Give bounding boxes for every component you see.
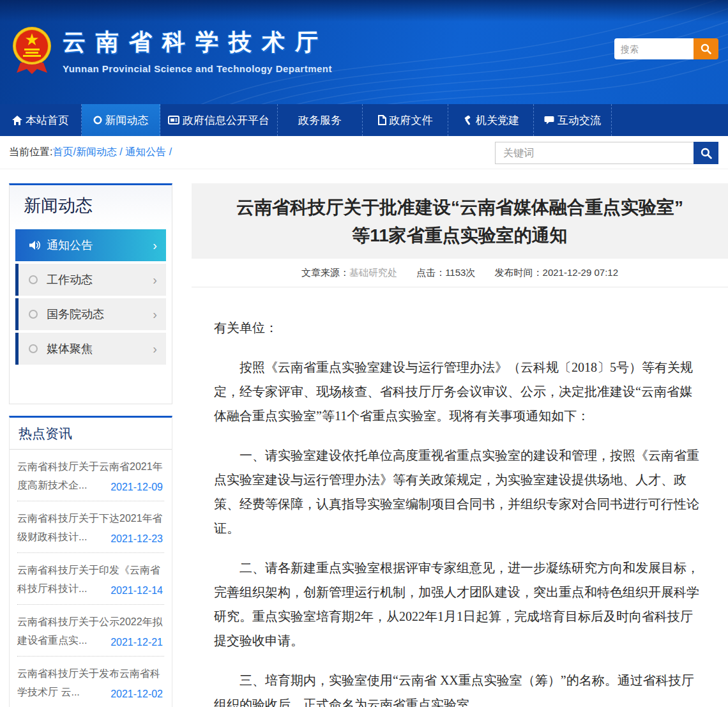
header-search [614, 38, 718, 59]
source-value: 基础研究处 [349, 267, 397, 278]
national-emblem-logo [11, 24, 52, 77]
nav-item-label: 政府信息公开平台 [183, 113, 269, 128]
nav-item-party-building[interactable]: 机关党建 [448, 104, 534, 136]
circle-icon [29, 310, 43, 319]
gavel-icon [462, 116, 473, 125]
breadcrumb-link-home[interactable]: 首页 [52, 146, 73, 157]
sidebar-item-media-focus[interactable]: 媒体聚焦 › [15, 333, 166, 365]
home-icon [12, 116, 22, 125]
breadcrumb-link-notices[interactable]: 通知公告 [125, 146, 166, 157]
news-menu-box: 新闻动态 通知公告 › 工作动态 › 国务院动态 › [9, 183, 172, 404]
hot-news-item[interactable]: 云南省科技厅关于印发《云南省科技厅科技计... 2021-12-14 [17, 553, 164, 605]
speaker-icon [29, 240, 43, 250]
chevron-right-icon: › [153, 342, 157, 355]
hot-news-item[interactable]: 云南省科技厅关于发布云南省科学技术厅 云... 2021-12-02 [17, 657, 164, 707]
header-search-button[interactable] [694, 38, 718, 59]
nav-item-news[interactable]: 新闻动态 [82, 104, 160, 136]
breadcrumb-label: 当前位置: [9, 146, 52, 157]
nav-item-label: 新闻动态 [105, 113, 149, 128]
article-paragraph: 按照《云南省重点实验室建设与运行管理办法》（云科规〔2018〕5号）等有关规定，… [214, 355, 699, 428]
sidebar-item-label: 工作动态 [47, 272, 93, 287]
site-header: 云南省科学技术厅 Yunnan Provincial Science and T… [0, 0, 728, 104]
chevron-right-icon: › [153, 239, 157, 252]
breadcrumb-row: 当前位置:首页/新闻动态 / 通知公告 / [0, 136, 728, 169]
news-menu-title: 新闻动态 [10, 185, 172, 226]
nav-item-gov-services[interactable]: 政务服务 [278, 104, 363, 136]
hot-news-title: 热点资讯 [10, 418, 172, 450]
chevron-right-icon: › [153, 308, 157, 321]
chat-icon [544, 116, 554, 125]
hot-news-item-date: 2021-12-14 [107, 585, 163, 597]
source-label: 文章来源： [301, 267, 349, 278]
hits-value: 1153次 [445, 267, 475, 278]
sidebar: 新闻动态 通知公告 › 工作动态 › 国务院动态 › [9, 169, 172, 707]
nav-item-label: 政务服务 [298, 113, 342, 128]
document-icon [378, 115, 386, 125]
nav-item-home[interactable]: 本站首页 [0, 104, 82, 136]
article-title-line2: 等11家省重点实验室的通知 [209, 222, 710, 250]
article-paragraph: 三、培育期内，实验室使用“云南省 XX重点实验室（筹）”的名称。通过省科技厅组织… [214, 668, 699, 707]
keyword-search [495, 142, 718, 164]
hot-news-item-date: 2021-12-23 [107, 533, 163, 545]
article-paragraph: 二、请各新建重点实验室根据评审专家组意见，进一步凝练研究方向和发展目标，完善组织… [214, 556, 699, 653]
article-body: 有关单位： 按照《云南省重点实验室建设与运行管理办法》（云科规〔2018〕5号）… [192, 287, 728, 707]
breadcrumb: 当前位置:首页/新闻动态 / 通知公告 / [9, 146, 172, 159]
content-area: 新闻动态 通知公告 › 工作动态 › 国务院动态 › [0, 169, 728, 707]
sidebar-item-state-council[interactable]: 国务院动态 › [15, 298, 166, 330]
article-paragraph: 有关单位： [214, 315, 699, 340]
circle-icon [93, 116, 102, 125]
site-title: 云南省科学技术厅 [63, 27, 332, 58]
main-nav: 本站首页 新闻动态 政府信息公开平台 政务服务 政府文件 机关党建 互动交流 [0, 104, 728, 136]
sidebar-item-work-news[interactable]: 工作动态 › [15, 264, 166, 296]
hot-news-item-date: 2021-12-21 [107, 637, 163, 648]
nav-item-label: 机关党建 [476, 113, 519, 128]
time-label: 发布时间： [495, 267, 543, 278]
nav-item-gov-info[interactable]: 政府信息公开平台 [160, 104, 278, 136]
time-value: 2021-12-29 07:12 [543, 267, 618, 278]
search-icon [701, 43, 711, 54]
nav-item-interaction[interactable]: 互动交流 [534, 104, 612, 136]
site-subtitle: Yunnan Provincial Science and Technology… [63, 63, 332, 74]
breadcrumb-link-news[interactable]: 新闻动态 [76, 146, 117, 157]
nav-item-label: 本站首页 [26, 113, 69, 128]
hits-label: 点击： [416, 267, 445, 278]
article-main: 云南省科技厅关于批准建设“云南省媒体融合重点实验室” 等11家省重点实验室的通知… [192, 169, 728, 707]
nav-item-gov-documents[interactable]: 政府文件 [363, 104, 448, 136]
nav-item-label: 政府文件 [390, 113, 433, 128]
panel-icon [168, 116, 179, 125]
sidebar-item-label: 国务院动态 [47, 307, 104, 322]
hot-news-item-date: 2021-12-02 [107, 688, 163, 700]
hot-news-item[interactable]: 云南省科技厅关于公示2022年拟建设省重点实... 2021-12-21 [17, 605, 164, 657]
article-meta: 文章来源：基础研究处 点击：1153次 发布时间：2021-12-29 07:1… [192, 259, 728, 287]
hot-news-item[interactable]: 云南省科技厅关于下达2021年省级财政科技计... 2021-12-23 [17, 501, 164, 553]
nav-item-label: 互动交流 [557, 113, 601, 128]
sidebar-item-notices[interactable]: 通知公告 › [15, 229, 166, 261]
chevron-right-icon: › [153, 273, 157, 286]
header-search-input[interactable] [614, 38, 694, 59]
sidebar-item-label: 媒体聚焦 [47, 341, 93, 356]
keyword-search-input[interactable] [495, 142, 694, 164]
sidebar-item-label: 通知公告 [47, 238, 93, 253]
article-title-line1: 云南省科技厅关于批准建设“云南省媒体融合重点实验室” [209, 194, 710, 222]
hot-news-box: 热点资讯 云南省科技厅关于云南省2021年度高新技术企... 2021-12-0… [9, 416, 172, 707]
search-icon [701, 148, 712, 159]
circle-icon [29, 344, 43, 353]
hot-news-item[interactable]: 云南省科技厅关于云南省2021年度高新技术企... 2021-12-09 [17, 450, 164, 501]
hot-news-item-date: 2021-12-09 [107, 482, 163, 493]
circle-icon [29, 275, 43, 284]
article-title-band: 云南省科技厅关于批准建设“云南省媒体融合重点实验室” 等11家省重点实验室的通知 [192, 183, 728, 259]
site-brand[interactable]: 云南省科学技术厅 Yunnan Provincial Science and T… [11, 24, 332, 77]
keyword-search-button[interactable] [694, 142, 718, 164]
article-paragraph: 一、请实验室建设依托单位高度重视省重点实验室的建设和管理，按照《云南省重点实验室… [214, 443, 699, 540]
